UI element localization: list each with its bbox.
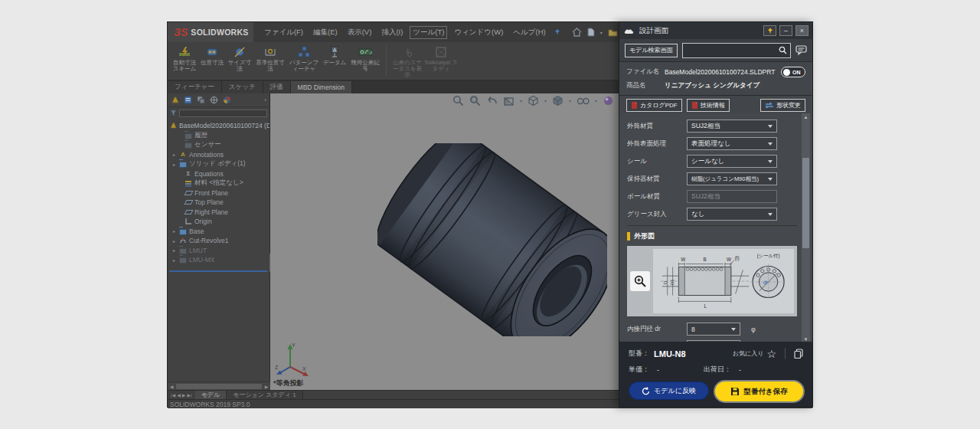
zoom-to-area-icon[interactable]	[469, 95, 481, 106]
tab-evaluate[interactable]: 評価	[263, 81, 291, 93]
pin-menu-icon[interactable]	[554, 28, 561, 36]
chevron-down-icon	[768, 142, 773, 146]
change-shape-button[interactable]: 形状変更	[760, 99, 805, 112]
panel-close-button[interactable]: ×	[795, 25, 808, 36]
outer-material-select[interactable]: SUJ2相当	[687, 120, 777, 133]
tab-sketch[interactable]: スケッチ	[222, 81, 263, 93]
tree-item-lmut[interactable]: ▸LMUT	[169, 246, 270, 256]
tab-nav-arrows[interactable]: |◀◀▶▶|	[168, 391, 195, 399]
open-file-icon[interactable]	[608, 28, 618, 37]
propertymanager-icon[interactable]	[184, 96, 192, 104]
tree-item-base[interactable]: ▸Base	[169, 227, 270, 237]
caret-icon[interactable]: ▾	[595, 98, 597, 103]
configurationmanager-icon[interactable]	[197, 96, 205, 104]
save-with-model-number-button[interactable]: 型番付き保存	[715, 382, 803, 401]
tree-item-cut-revolve[interactable]: ▸Cut-Revolve1	[169, 236, 270, 246]
auto-dimension-scheme-button[interactable]: 自動寸法スキーム	[171, 44, 198, 78]
tree-root[interactable]: BaseModel20200610100724 (Default<<	[169, 121, 270, 131]
tree-item-front-plane[interactable]: Front Plane	[169, 188, 270, 198]
featuremanager-icon[interactable]	[171, 96, 179, 104]
tree-item-origin[interactable]: Origin	[169, 217, 270, 227]
field-label: シール	[627, 157, 687, 166]
technical-drawing[interactable]: W B W (t) D D1 L (シール付) dr	[653, 249, 794, 313]
dimxpertmanager-icon[interactable]	[210, 96, 218, 104]
caret-icon[interactable]: ▾	[600, 30, 603, 35]
caret-icon[interactable]: ▾	[569, 98, 571, 103]
tab-features[interactable]: フィーチャー	[168, 81, 222, 93]
datum-button[interactable]: A データム	[321, 44, 348, 78]
scroll-left-icon[interactable]: ◀	[168, 384, 175, 389]
menu-help[interactable]: ヘルプ(H)	[513, 28, 545, 38]
panel-pin-button[interactable]	[763, 25, 776, 36]
caret-icon[interactable]: ▾	[544, 98, 547, 103]
chevron-down-icon	[731, 328, 736, 331]
copy-icon[interactable]	[794, 349, 803, 359]
tree-item-top-plane[interactable]: Top Plane	[169, 198, 270, 208]
product-name-value: リニアブッシュ シングルタイプ	[665, 81, 760, 90]
apply-to-model-button[interactable]: モデルに反映	[629, 382, 709, 400]
tree-item-sensors[interactable]: センサー	[169, 140, 270, 150]
view-orientation-icon[interactable]	[528, 95, 539, 106]
technical-info-button[interactable]: 技術情報	[687, 99, 730, 112]
retainer-material-select[interactable]: 樹脂(ジュラコンM90相当)	[687, 172, 777, 185]
tab-model[interactable]: モデル	[195, 391, 227, 399]
comment-icon[interactable]	[795, 45, 807, 55]
displaymanager-icon[interactable]	[223, 96, 231, 104]
geometric-tolerance-button[interactable]: A 幾何公差記号	[348, 44, 382, 78]
section-view-icon[interactable]	[503, 96, 514, 106]
seal-select[interactable]: シールなし	[687, 155, 777, 168]
menu-view[interactable]: 表示(V)	[348, 28, 372, 38]
scroll-up-icon[interactable]: ▲	[804, 113, 808, 121]
rollback-bar[interactable]	[169, 270, 267, 272]
surface-treatment-select[interactable]: 表面処理なし	[687, 137, 777, 150]
tree-item-annotations[interactable]: ▸AAnnotations	[169, 150, 270, 160]
search-input[interactable]	[682, 43, 791, 58]
previous-view-icon[interactable]	[486, 96, 498, 106]
panel-minimize-button[interactable]: –	[779, 25, 792, 36]
location-dimension-button[interactable]: 位置寸法	[198, 44, 226, 78]
panel-scrollbar[interactable]: ▲ ▼	[802, 113, 810, 343]
grease-select[interactable]: なし	[687, 208, 777, 221]
tree-item-history[interactable]: 履歴	[169, 131, 270, 141]
menu-insert[interactable]: 挿入(I)	[381, 28, 403, 38]
menu-tools[interactable]: ツール(T)	[410, 26, 447, 39]
brand-name: SOLIDWORKS	[191, 28, 248, 37]
zoom-fit-icon[interactable]	[452, 95, 464, 106]
magnify-drawing-button[interactable]	[630, 271, 650, 291]
menu-file[interactable]: ファイル(F)	[264, 28, 303, 38]
display-style-icon[interactable]	[552, 95, 564, 106]
scrollbar-thumb[interactable]	[176, 384, 262, 389]
hide-show-items-icon[interactable]	[577, 97, 590, 105]
svg-text:(シール付): (シール付)	[757, 253, 780, 259]
size-dimension-button[interactable]: サイズ寸法	[226, 44, 253, 78]
edit-appearance-icon[interactable]	[603, 95, 614, 106]
on-off-toggle[interactable]: ON	[781, 67, 805, 77]
pattern-feature-button[interactable]: パターンフィーチャ	[287, 44, 321, 78]
datum-location-dimension-button[interactable]: 基準位置寸法	[253, 44, 287, 78]
featuremanager-tree: › BaseModel20200610100724 (Default<< 履歴 …	[168, 93, 270, 390]
tree-item-material[interactable]: 材料 <指定なし>	[169, 178, 270, 188]
model-search-screen-button[interactable]: モデル検索画面	[625, 44, 678, 57]
tree-item-solid-bodies[interactable]: ▸ソリッド ボディ(1)	[169, 159, 270, 169]
menu-edit[interactable]: 編集(E)	[313, 28, 338, 38]
caret-icon[interactable]: ▾	[520, 98, 522, 103]
catalog-pdf-button[interactable]: カタログPDF	[626, 99, 682, 112]
datum-icon: A	[328, 46, 341, 58]
scroll-right-icon[interactable]: ▶	[263, 384, 270, 389]
tree-horizontal-scrollbar[interactable]: ◀ ▶	[168, 382, 270, 390]
linear-bushing-3d-model[interactable]	[377, 143, 607, 336]
tab-motion-study[interactable]: モーション スタディ 1	[227, 391, 302, 399]
tolanalyst-study-button: TolAnalyst スタディ	[424, 44, 458, 78]
menu-window[interactable]: ウィンドウ(W)	[454, 28, 503, 38]
home-icon[interactable]	[572, 28, 582, 37]
scrollbar-thumb[interactable]	[802, 158, 809, 248]
new-file-icon[interactable]	[587, 28, 595, 37]
tree-item-equations[interactable]: ΣEquations	[169, 169, 270, 179]
inner-diameter-select[interactable]: 8	[687, 323, 740, 336]
tree-item-right-plane[interactable]: Right Plane	[169, 208, 270, 218]
tree-item-lmu-mx[interactable]: ▸LMU-MX	[169, 255, 270, 265]
tree-filter-input[interactable]	[179, 110, 267, 117]
favorite-star-icon[interactable]: ☆	[766, 349, 776, 359]
expand-pane-arrow-icon[interactable]: ›	[264, 97, 266, 103]
tab-mbd-dimension[interactable]: MBD Dimension	[291, 81, 352, 93]
